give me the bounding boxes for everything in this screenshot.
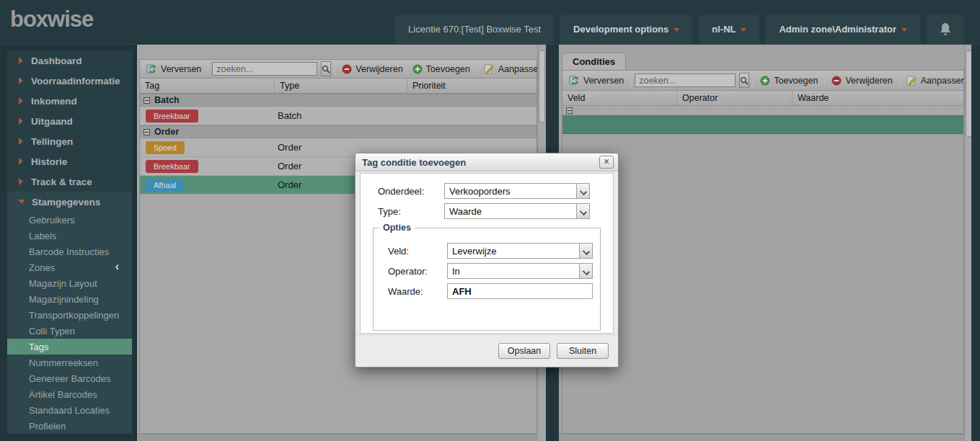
edit-button[interactable]: Aanpassen: [904, 74, 969, 87]
column-header-prioriteit[interactable]: Prioriteit: [407, 79, 537, 93]
sidebar-subitem-gebruikers[interactable]: Gebruikers: [7, 212, 132, 228]
refresh-icon: [569, 75, 580, 86]
sidebar-item-track-trace[interactable]: Track & trace: [7, 172, 132, 192]
pencil-icon: [906, 75, 917, 86]
sidebar-subitem-labels[interactable]: Labels: [7, 228, 132, 244]
sidebar-item-dashboard[interactable]: Dashboard: [7, 50, 132, 71]
group-row-order[interactable]: Order: [140, 125, 537, 138]
caret-right-icon: [19, 57, 23, 64]
caret-right-icon: [19, 178, 23, 185]
add-button[interactable]: Toevoegen: [410, 63, 473, 76]
locale-menu[interactable]: nl-NL: [699, 15, 759, 44]
sidebar-subitem-nummerreeksen[interactable]: Nummerreeksen: [7, 355, 132, 370]
sidebar-item-uitgaand[interactable]: Uitgaand: [7, 111, 132, 131]
chevron-down-icon[interactable]: [579, 244, 592, 258]
column-header-tag[interactable]: Tag: [140, 79, 275, 93]
edit-button[interactable]: Aanpassen: [481, 62, 547, 76]
sidebar-subitem-artikel-barcodes[interactable]: Artikel Barcodes: [7, 386, 132, 402]
refresh-button[interactable]: Verversen: [566, 74, 627, 87]
waarde-input[interactable]: [447, 283, 593, 299]
search-input[interactable]: [212, 62, 317, 76]
notifications-button[interactable]: [927, 15, 964, 44]
sidebar-subitem-zones[interactable]: Zones‹: [7, 259, 132, 275]
refresh-icon: [146, 63, 157, 74]
collapse-group-icon[interactable]: [566, 107, 573, 114]
dialog-title: Tag conditie toevoegen: [362, 157, 466, 168]
refresh-button[interactable]: Verversen: [144, 62, 204, 76]
horizontal-scrollbar[interactable]: [559, 434, 971, 441]
sidebar-subitem-barcode-instructies[interactable]: Barcode Instructies: [7, 244, 132, 259]
caret-down-icon: [18, 200, 25, 204]
toolbar-separator: [630, 74, 631, 86]
collapse-group-icon[interactable]: [144, 129, 150, 135]
type-select[interactable]: Waarde: [444, 203, 590, 219]
collapse-group-icon[interactable]: [144, 97, 150, 104]
sidebar-subitem-magazijnindeling[interactable]: Magazijnindeling: [7, 291, 132, 307]
delete-button[interactable]: Verwijderen: [829, 74, 895, 87]
sidebar-item-historie[interactable]: Historie: [7, 151, 132, 172]
search-button[interactable]: [739, 73, 749, 88]
group-row[interactable]: [562, 106, 963, 115]
onderdeel-select[interactable]: Verkooporders: [444, 183, 590, 199]
sidebar-subitem-standaard-locaties[interactable]: Standaard Locaties: [7, 402, 132, 418]
veld-select[interactable]: Leverwijze: [447, 243, 593, 259]
horizontal-scrollbar[interactable]: [137, 434, 546, 441]
chevron-down-icon[interactable]: [576, 184, 589, 198]
sidebar-subitem-colli-typen[interactable]: Colli Typen: [7, 323, 132, 339]
sidebar-item-inkomend[interactable]: Inkomend: [7, 91, 132, 111]
tag-badge: Breekbaar: [146, 160, 198, 173]
column-header-veld[interactable]: Veld: [562, 91, 677, 105]
page-edge: [971, 45, 980, 441]
magnifier-icon: [322, 65, 330, 74]
sidebar-item-tellingen[interactable]: Tellingen: [7, 131, 132, 151]
sidebar-item-label: Stamgegevens: [32, 197, 100, 208]
sidebar-item-label: Uitgaand: [31, 116, 73, 127]
type-cell: Order: [278, 142, 301, 153]
sidebar-subitem-profielen[interactable]: Profielen: [7, 418, 132, 434]
close-icon: ×: [604, 156, 609, 167]
delete-button[interactable]: Verwijderen: [339, 63, 405, 76]
user-menu[interactable]: Admin zone\Administrator: [766, 15, 920, 44]
tab-condities[interactable]: Condities: [562, 53, 626, 70]
refresh-label: Verversen: [161, 64, 201, 74]
add-button[interactable]: Toevoegen: [757, 74, 821, 87]
dialog-close-button[interactable]: ×: [599, 156, 614, 169]
column-header-waarde[interactable]: Waarde: [793, 91, 963, 105]
scrollbar-thumb[interactable]: [539, 50, 545, 122]
collapse-left-icon[interactable]: ‹: [115, 260, 119, 273]
column-header-operator[interactable]: Operator: [677, 91, 793, 105]
sidebar: Dashboard Voorraadinformatie Inkomend Ui…: [0, 45, 135, 441]
dialog-titlebar[interactable]: Tag conditie toevoegen ×: [356, 153, 618, 172]
chevron-down-icon[interactable]: [576, 204, 589, 218]
toolbar-separator: [335, 63, 335, 75]
chevron-down-icon[interactable]: [579, 264, 592, 278]
sidebar-item-stamgegevens[interactable]: Stamgegevens: [7, 192, 132, 212]
toolbar-separator: [753, 74, 754, 86]
dialog-footer: Opslaan Sluiten: [356, 334, 618, 367]
save-button[interactable]: Opslaan: [498, 343, 550, 359]
search-button[interactable]: [321, 61, 331, 76]
tag-badge: Breekbaar: [146, 110, 198, 122]
minus-circle-icon: [831, 76, 842, 86]
sidebar-subitem-tags[interactable]: Tags: [7, 339, 132, 355]
column-header-type[interactable]: Type: [275, 79, 407, 93]
condities-grid: Verversen Toevoegen Verwijderen: [562, 70, 964, 434]
sidebar-subitem-genereer-barcodes[interactable]: Genereer Barcodes: [7, 370, 132, 386]
development-options-menu[interactable]: Development options: [560, 15, 692, 44]
toolbar-separator: [477, 63, 477, 75]
tag-badge: Spoed: [146, 141, 185, 154]
sidebar-item-voorraadinformatie[interactable]: Voorraadinformatie: [7, 71, 132, 91]
header-menu-bar: Licentie 670:[Test] Boxwise Test Develop…: [395, 15, 964, 44]
caret-right-icon: [19, 158, 23, 165]
operator-select[interactable]: In: [447, 263, 593, 279]
boxwise-logo: boxwise: [10, 6, 93, 32]
search-input[interactable]: [635, 74, 736, 87]
table-row-selected[interactable]: [562, 115, 963, 134]
sidebar-subitem-transportkoppelingen[interactable]: Transportkoppelingen: [7, 307, 132, 323]
table-row[interactable]: Breekbaar Batch: [140, 107, 537, 125]
pencil-icon: [484, 63, 495, 74]
sidebar-subitem-magazijn-layout[interactable]: Magazijn Layout: [7, 275, 132, 291]
group-row-batch[interactable]: Batch: [140, 94, 537, 107]
close-button[interactable]: Sluiten: [557, 343, 609, 359]
toolbar-separator: [208, 63, 208, 75]
